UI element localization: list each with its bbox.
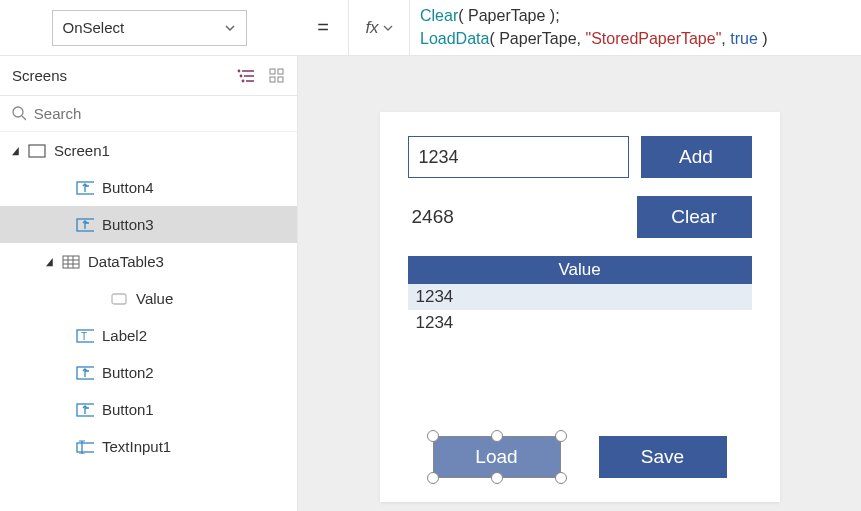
chevron-down-icon <box>224 22 236 34</box>
button-icon <box>76 180 94 196</box>
svg-rect-9 <box>278 77 283 82</box>
svg-rect-12 <box>29 145 45 157</box>
fx-label: fx <box>365 18 378 38</box>
datatable-icon <box>62 254 80 270</box>
button-icon <box>76 217 94 233</box>
button-icon <box>76 402 94 418</box>
tree-item-button1[interactable]: Button1 <box>0 391 297 428</box>
resize-handle[interactable] <box>491 472 503 484</box>
tree-item-label: TextInput1 <box>102 438 171 455</box>
tree-item-textinput1[interactable]: TextInput1 <box>0 428 297 465</box>
list-view-icon[interactable] <box>237 68 255 84</box>
resize-handle[interactable] <box>427 472 439 484</box>
search-input[interactable] <box>34 105 285 122</box>
tree-item-button4[interactable]: Button4 <box>0 169 297 206</box>
screen-icon <box>28 143 46 159</box>
sidebar-view-icons <box>237 68 285 84</box>
svg-point-3 <box>238 69 241 72</box>
tree-item-label: Button3 <box>102 216 154 233</box>
search-icon <box>12 106 26 121</box>
svg-rect-25 <box>77 443 94 452</box>
sidebar-search <box>0 96 297 132</box>
tree-item-label: Button1 <box>102 401 154 418</box>
svg-rect-15 <box>63 256 79 268</box>
grid-view-icon[interactable] <box>269 68 285 84</box>
tree-item-value[interactable]: Value <box>0 280 297 317</box>
tree-item-label: Button2 <box>102 364 154 381</box>
svg-rect-7 <box>278 69 283 74</box>
screens-sidebar: Screens <box>0 56 298 511</box>
svg-line-11 <box>22 116 26 120</box>
tree-item-label: Screen1 <box>54 142 110 159</box>
sidebar-header: Screens <box>0 56 297 96</box>
tree-item-screen1[interactable]: ◢Screen1 <box>0 132 297 169</box>
label-icon: T <box>76 328 94 344</box>
resize-handle[interactable] <box>491 430 503 442</box>
textinput-icon <box>76 439 94 455</box>
number-input[interactable] <box>408 136 629 178</box>
main-area: Screens <box>0 56 861 511</box>
equals-sign: = <box>298 16 348 39</box>
screens-tree: ◢Screen1Button4Button3◢DataTable3ValueTL… <box>0 132 297 511</box>
field-icon <box>110 291 128 307</box>
sidebar-title: Screens <box>12 67 67 84</box>
tree-item-label2[interactable]: TLabel2 <box>0 317 297 354</box>
tree-expand-icon[interactable]: ◢ <box>11 144 19 157</box>
svg-rect-8 <box>270 77 275 82</box>
tree-item-button2[interactable]: Button2 <box>0 354 297 391</box>
table-row[interactable]: 1234 <box>408 310 752 336</box>
property-dropdown[interactable]: OnSelect <box>52 10 247 46</box>
svg-text:T: T <box>81 331 87 342</box>
data-table[interactable]: Value 12341234 <box>408 256 752 336</box>
property-dropdown-label: OnSelect <box>63 19 125 36</box>
tree-expand-icon[interactable]: ◢ <box>45 255 53 268</box>
clear-button[interactable]: Clear <box>637 196 752 238</box>
top-bar: OnSelect = fx Clear( PaperTape );LoadDat… <box>0 0 861 56</box>
load-button-selected[interactable]: Load <box>433 436 561 478</box>
tree-item-button3[interactable]: Button3 <box>0 206 297 243</box>
svg-point-4 <box>240 74 243 77</box>
add-button[interactable]: Add <box>641 136 752 178</box>
resize-handle[interactable] <box>555 430 567 442</box>
chevron-down-icon <box>383 23 393 33</box>
button-icon <box>76 365 94 381</box>
resize-handle[interactable] <box>427 430 439 442</box>
fx-dropdown[interactable]: fx <box>348 0 410 56</box>
tree-item-label: Button4 <box>102 179 154 196</box>
data-table-header: Value <box>408 256 752 284</box>
resize-handle[interactable] <box>555 472 567 484</box>
tree-item-label: Value <box>136 290 173 307</box>
svg-point-5 <box>242 79 245 82</box>
save-button[interactable]: Save <box>599 436 727 478</box>
table-row[interactable]: 1234 <box>408 284 752 310</box>
svg-point-10 <box>13 107 23 117</box>
tree-item-label: Label2 <box>102 327 147 344</box>
tree-item-label: DataTable3 <box>88 253 164 270</box>
total-label: 2468 <box>408 206 625 228</box>
tree-item-datatable3[interactable]: ◢DataTable3 <box>0 243 297 280</box>
svg-rect-20 <box>112 294 126 304</box>
app-preview-screen[interactable]: Add 2468 Clear Value 12341234 Load <box>380 112 780 502</box>
svg-rect-6 <box>270 69 275 74</box>
property-select-container: OnSelect <box>0 0 298 55</box>
canvas-area: Add 2468 Clear Value 12341234 Load <box>298 56 861 511</box>
formula-bar[interactable]: Clear( PaperTape );LoadData( PaperTape, … <box>410 0 861 56</box>
